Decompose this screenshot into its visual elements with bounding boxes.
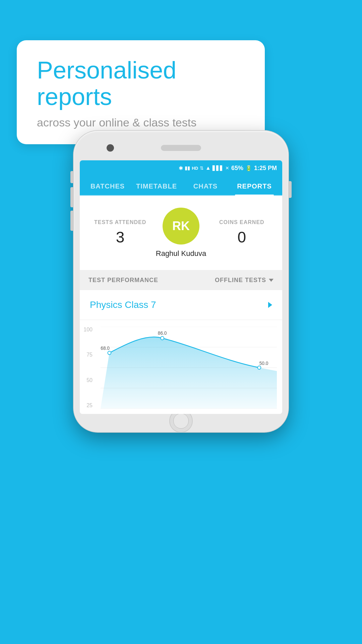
status-bar: ✱ ▮▮ HD ⇅ ▲ ▋▋▋ ✕ 65% 🔋 1:25 PM bbox=[80, 160, 282, 176]
chevron-down-icon bbox=[269, 279, 274, 282]
volume-up-button bbox=[70, 187, 74, 207]
test-performance-label: TEST PERFORMANCE bbox=[88, 277, 158, 284]
phone-shell: ✱ ▮▮ HD ⇅ ▲ ▋▋▋ ✕ 65% 🔋 1:25 PM bbox=[74, 131, 288, 432]
clock: 1:25 PM bbox=[254, 165, 277, 172]
power-button bbox=[288, 181, 292, 198]
coins-earned-label: COINS EARNED bbox=[212, 219, 272, 225]
status-icons: ✱ ▮▮ HD ⇅ ▲ ▋▋▋ ✕ bbox=[179, 165, 229, 171]
sync-icon: ⇅ bbox=[200, 165, 204, 171]
tests-attended-value: 3 bbox=[90, 228, 150, 246]
svg-point-7 bbox=[258, 366, 261, 369]
vibrate-icon: ▮▮ bbox=[185, 165, 190, 171]
tests-attended-block: TESTS ATTENDED 3 bbox=[90, 219, 150, 246]
avatar-block: RK Raghul Kuduva bbox=[150, 208, 211, 258]
y-label-75: 75 bbox=[86, 352, 93, 358]
mute-button bbox=[70, 171, 74, 183]
avatar: RK bbox=[163, 208, 199, 245]
chart-svg-container: 68.0 86.0 50.0 bbox=[101, 327, 277, 409]
battery-icon: 🔋 bbox=[245, 165, 252, 171]
svg-text:50.0: 50.0 bbox=[259, 361, 268, 366]
phone-screen: ✱ ▮▮ HD ⇅ ▲ ▋▋▋ ✕ 65% 🔋 1:25 PM bbox=[80, 160, 282, 414]
nav-tabs: BATCHES TIMETABLE CHATS REPORTS bbox=[80, 176, 282, 196]
tests-attended-label: TESTS ATTENDED bbox=[90, 219, 150, 225]
tooltip-title: Personalised reports bbox=[37, 57, 245, 110]
chevron-right-icon bbox=[268, 302, 272, 308]
svg-text:68.0: 68.0 bbox=[101, 345, 110, 351]
tab-timetable[interactable]: TIMETABLE bbox=[132, 176, 181, 195]
class-name: Physics Class 7 bbox=[90, 300, 156, 310]
hd-icon: HD bbox=[192, 166, 198, 171]
class-row[interactable]: Physics Class 7 bbox=[80, 290, 282, 320]
tooltip-card: Personalised reports across your online … bbox=[17, 40, 265, 144]
profile-section: TESTS ATTENDED 3 RK Raghul Kuduva COINS … bbox=[80, 196, 282, 270]
front-camera bbox=[107, 144, 114, 152]
earpiece-speaker bbox=[161, 145, 201, 151]
y-label-25: 25 bbox=[86, 402, 93, 409]
coins-earned-block: COINS EARNED 0 bbox=[212, 219, 272, 246]
performance-section-header: TEST PERFORMANCE OFFLINE TESTS bbox=[80, 270, 282, 290]
svg-point-6 bbox=[161, 336, 164, 340]
y-label-100: 100 bbox=[83, 327, 93, 333]
no-signal-icon: ✕ bbox=[225, 165, 229, 171]
phone-top-hardware bbox=[80, 138, 282, 158]
chart-y-axis: 100 75 50 25 bbox=[80, 327, 95, 409]
y-label-50: 50 bbox=[86, 377, 93, 383]
battery-level: 65% bbox=[231, 165, 243, 172]
bluetooth-icon: ✱ bbox=[179, 165, 183, 171]
volume-down-button bbox=[70, 211, 74, 231]
tab-batches[interactable]: BATCHES bbox=[83, 176, 132, 195]
tab-reports[interactable]: REPORTS bbox=[230, 176, 279, 195]
tooltip-subtitle: across your online & class tests bbox=[37, 116, 245, 129]
tab-chats[interactable]: CHATS bbox=[181, 176, 230, 195]
offline-tests-label: OFFLINE TESTS bbox=[215, 277, 266, 284]
svg-text:86.0: 86.0 bbox=[158, 330, 167, 336]
avatar-initials: RK bbox=[172, 219, 190, 233]
phone-wrapper: ✱ ▮▮ HD ⇅ ▲ ▋▋▋ ✕ 65% 🔋 1:25 PM bbox=[74, 131, 288, 432]
signal-icon: ▋▋▋ bbox=[213, 165, 224, 171]
svg-point-5 bbox=[108, 351, 111, 355]
offline-tests-dropdown[interactable]: OFFLINE TESTS bbox=[215, 277, 274, 284]
chart-area: 100 75 50 25 bbox=[80, 320, 282, 414]
user-name: Raghul Kuduva bbox=[156, 249, 206, 258]
coins-earned-value: 0 bbox=[212, 228, 272, 246]
wifi-icon: ▲ bbox=[205, 165, 211, 171]
